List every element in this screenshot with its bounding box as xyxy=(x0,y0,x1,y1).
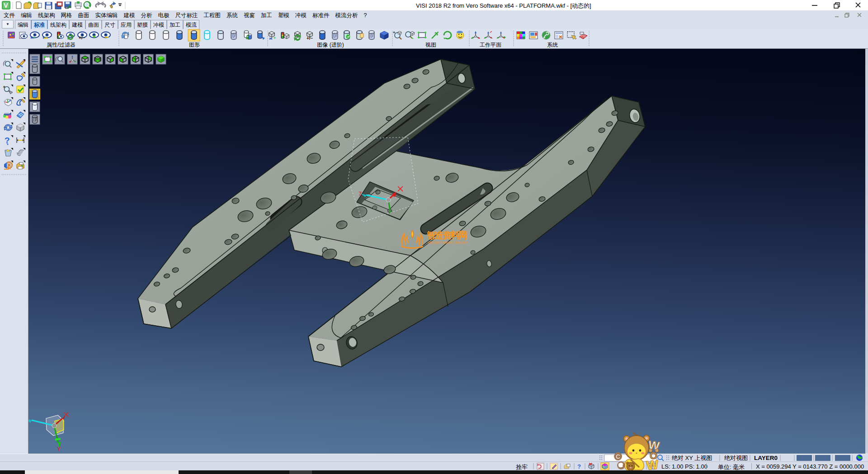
svg-text:绝对视图: 绝对视图 xyxy=(724,455,748,461)
svg-text:Y: Y xyxy=(57,446,61,452)
svg-text:+/−: +/− xyxy=(79,35,85,40)
svg-text:7: 7 xyxy=(359,190,362,197)
svg-text:C: C xyxy=(616,453,620,460)
svg-text:智造资料网: 智造资料网 xyxy=(426,230,467,240)
svg-text:工作平面: 工作平面 xyxy=(480,42,501,48)
svg-text:+: + xyxy=(33,35,35,40)
svg-text:LAYER0: LAYER0 xyxy=(754,455,778,461)
svg-text:W: W xyxy=(646,457,659,473)
svg-text:视图: 视图 xyxy=(425,42,436,48)
svg-text:+/−: +/− xyxy=(307,36,313,41)
svg-text:INTELLIGENT MANUFACTURING DATA: INTELLIGENT MANUFACTURING DATA xyxy=(428,241,467,244)
svg-text:图像 (进阶): 图像 (进阶) xyxy=(317,42,344,48)
svg-text:系统: 系统 xyxy=(547,42,558,48)
svg-text:绝对 XY 上视图: 绝对 XY 上视图 xyxy=(672,455,712,461)
svg-text:?: ? xyxy=(577,463,581,470)
svg-text:属性/过滤器: 属性/过滤器 xyxy=(47,42,75,48)
svg-text:+: + xyxy=(274,36,276,40)
svg-text:+: + xyxy=(393,30,395,35)
svg-text:±: ± xyxy=(3,85,5,89)
svg-text:图形: 图形 xyxy=(189,42,200,48)
svg-text:?: ? xyxy=(5,136,10,145)
svg-text:V: V xyxy=(4,2,8,9)
